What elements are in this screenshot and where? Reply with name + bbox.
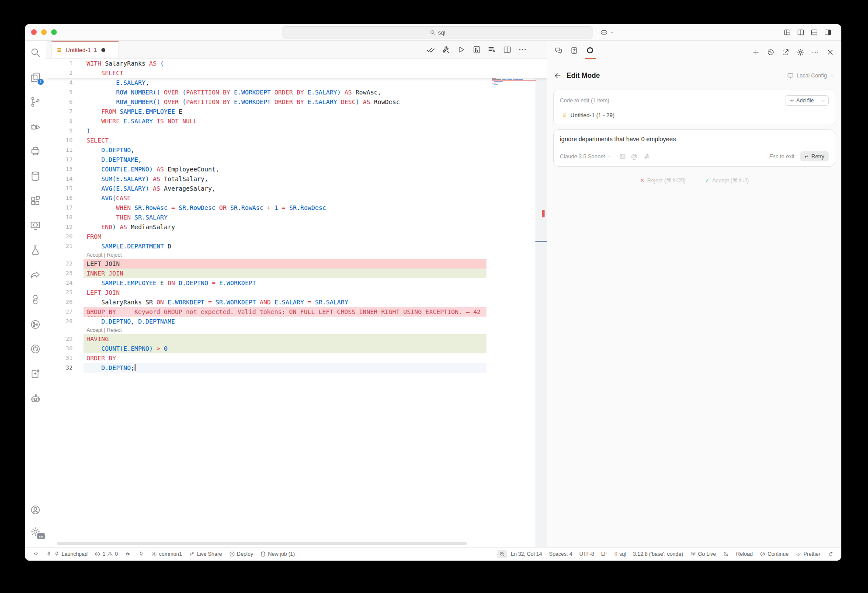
activity-printer-icon[interactable] bbox=[30, 146, 41, 157]
image-icon[interactable] bbox=[619, 153, 626, 160]
code-line-30[interactable]: 30 COUNT(E.EMPNO) > 0 bbox=[46, 344, 547, 353]
activity-settings-gear-icon[interactable]: co bbox=[30, 526, 41, 537]
activity-source-control-icon[interactable] bbox=[30, 96, 41, 108]
code-line-27[interactable]: 27GROUP BYKeyword GROUP not expected. Va… bbox=[46, 307, 547, 317]
minimize-window-button[interactable] bbox=[41, 29, 47, 35]
toggle-secondary-sidebar-icon[interactable] bbox=[824, 28, 832, 36]
prompt-text[interactable]: ignore departments that have 0 employees bbox=[560, 136, 829, 143]
activity-account-icon[interactable] bbox=[30, 504, 41, 516]
code-line-22[interactable]: 22LEFT JOIN bbox=[46, 259, 547, 269]
activity-github-icon[interactable] bbox=[30, 343, 41, 355]
code-line-28[interactable]: 28 D.DEPTNO, D.DEPTNAME bbox=[46, 317, 547, 326]
code-line-23[interactable]: 23INNER JOIN bbox=[46, 269, 547, 278]
code-line-14[interactable]: 14 SUM(E.SALARY) AS TotalSalary, bbox=[46, 174, 547, 184]
horizontal-scrollbar[interactable] bbox=[57, 542, 467, 545]
status-item-ln-32-col-14[interactable]: Ln 32, Col 14 bbox=[507, 551, 545, 557]
code-line-12[interactable]: 12 D.DEPTNAME, bbox=[46, 155, 547, 164]
code-line-10[interactable]: 10SELECT bbox=[46, 136, 547, 145]
code-line-17[interactable]: 17 WHEN SR.RowAsc = SR.RowDesc OR SR.Row… bbox=[46, 203, 547, 213]
command-search-input[interactable]: sql bbox=[282, 26, 593, 38]
status-item-live-share[interactable]: Live Share bbox=[185, 551, 225, 557]
status-item[interactable] bbox=[719, 551, 733, 557]
activity-test-flask-icon[interactable] bbox=[30, 244, 41, 256]
status-item-go-live[interactable]: Go Live bbox=[687, 551, 719, 557]
code-line-29[interactable]: 29HAVING bbox=[46, 334, 547, 344]
new-session-icon[interactable] bbox=[570, 46, 580, 58]
code-line-9[interactable]: 9) bbox=[46, 126, 547, 136]
code-line-21[interactable]: 21 SAMPLE.DEPARTMENT D bbox=[46, 241, 547, 251]
more-icon[interactable] bbox=[811, 48, 819, 56]
status-item[interactable] bbox=[497, 550, 507, 558]
prompt-input[interactable]: ignore departments that have 0 employees… bbox=[553, 129, 835, 167]
maximize-window-button[interactable] bbox=[51, 29, 57, 35]
gear-icon[interactable] bbox=[796, 48, 805, 56]
close-panel-icon[interactable] bbox=[826, 48, 834, 56]
activity-extensions-icon[interactable] bbox=[30, 195, 41, 206]
status-item[interactable] bbox=[135, 551, 148, 557]
status-item[interactable] bbox=[824, 551, 837, 557]
activity-run-debug-icon[interactable] bbox=[30, 121, 41, 133]
status-item-sql[interactable]: {}sql bbox=[611, 551, 630, 557]
activity-pipeline-icon[interactable] bbox=[30, 319, 41, 330]
code-line-19[interactable]: 19 END) AS MedianSalary bbox=[46, 222, 547, 232]
codelens-accept-reject[interactable]: Accept | Reject bbox=[46, 251, 547, 259]
code-line-26[interactable]: 26 SalaryRanks SR ON E.WORKDEPT = SR.WOR… bbox=[46, 297, 547, 307]
activity-database-icon[interactable] bbox=[30, 171, 41, 182]
more-icon[interactable] bbox=[518, 45, 527, 54]
reject-button[interactable]: ✕Reject (⌘⇧⌫) bbox=[640, 177, 686, 184]
tools-icon[interactable] bbox=[643, 153, 651, 160]
activity-python-icon[interactable] bbox=[30, 294, 41, 305]
codelens-accept-reject[interactable]: Accept | Reject bbox=[46, 326, 547, 334]
code-line-16[interactable]: 16 AVG(CASE bbox=[46, 193, 547, 203]
status-item-launchpad[interactable]: Launchpad bbox=[42, 551, 91, 557]
add-file-button[interactable]: Add file bbox=[785, 95, 829, 106]
activity-search-icon[interactable] bbox=[30, 47, 41, 58]
status-item-3-12-8-base-conda-[interactable]: 3.12.8 ('base': conda) bbox=[629, 551, 687, 557]
status-item-common1[interactable]: common1 bbox=[148, 551, 186, 557]
code-line-15[interactable]: 15 AVG(E.SALARY) AS AverageSalary, bbox=[46, 184, 547, 193]
code-line-32[interactable]: 32 D.DEPTNO; bbox=[46, 363, 547, 373]
activity-share-icon[interactable] bbox=[30, 269, 41, 281]
code-line-11[interactable]: 11 D.DEPTNO, bbox=[46, 145, 547, 155]
code-line-20[interactable]: 20FROM bbox=[46, 232, 547, 241]
code-line-25[interactable]: 25LEFT JOIN bbox=[46, 288, 547, 297]
customize-layout-icon[interactable] bbox=[783, 28, 791, 36]
status-item-continue[interactable]: Continue bbox=[756, 551, 792, 557]
add-file-chevron-icon[interactable] bbox=[818, 96, 828, 105]
activity-explorer-icon[interactable]: 1 bbox=[30, 72, 41, 83]
config-selector[interactable]: Local Config bbox=[787, 72, 835, 80]
status-item-utf-8[interactable]: UTF-8 bbox=[576, 551, 598, 557]
split-editor-icon[interactable] bbox=[797, 28, 805, 36]
back-icon[interactable] bbox=[553, 71, 562, 80]
binary-file-icon[interactable] bbox=[472, 45, 481, 54]
new-chat-icon[interactable] bbox=[752, 48, 760, 56]
tab-untitled-1[interactable]: Untitled-1 1 bbox=[51, 41, 119, 58]
code-line-5[interactable]: 5 ROW_NUMBER() OVER (PARTITION BY E.WORK… bbox=[46, 87, 547, 97]
status-item-lf[interactable]: LF bbox=[598, 551, 611, 557]
code-line-2[interactable]: 2 SELECT bbox=[46, 68, 547, 78]
status-item-reload[interactable]: Reload bbox=[733, 551, 756, 557]
status-item[interactable] bbox=[29, 551, 42, 557]
code-line-6[interactable]: 6 ROW_NUMBER() OVER (PARTITION BY E.WORK… bbox=[46, 97, 547, 107]
code-to-edit-item[interactable]: Untitled-1 (1 - 29) bbox=[560, 112, 829, 119]
code-editor[interactable]: 1WITH SalaryRanks AS (2 SELECT 4 E.SALAR… bbox=[46, 59, 547, 547]
code-line-8[interactable]: 8 WHERE E.SALARY IS NOT NULL bbox=[46, 116, 547, 126]
status-item-prettier[interactable]: Prettier bbox=[792, 551, 824, 557]
code-line-18[interactable]: 18 THEN SR.SALARY bbox=[46, 213, 547, 222]
close-window-button[interactable] bbox=[31, 29, 37, 35]
status-item-1[interactable]: 10 bbox=[91, 551, 121, 557]
status-item[interactable] bbox=[122, 551, 135, 557]
activity-copilot-edits-icon[interactable] bbox=[30, 368, 41, 380]
chevron-down-icon[interactable] bbox=[610, 30, 615, 35]
activity-remote-explorer-icon[interactable] bbox=[30, 220, 41, 231]
play-icon[interactable] bbox=[457, 45, 466, 54]
split-editor-icon[interactable] bbox=[503, 45, 512, 54]
chat-icon[interactable] bbox=[554, 46, 564, 58]
double-check-icon[interactable] bbox=[426, 45, 435, 54]
status-item-spaces-4[interactable]: Spaces: 4 bbox=[545, 551, 576, 557]
history-icon[interactable] bbox=[767, 48, 775, 56]
status-item-new-job-1-[interactable]: New job (1) bbox=[257, 551, 298, 557]
tools-icon[interactable] bbox=[441, 45, 451, 54]
code-line-7[interactable]: 7 FROM SAMPLE.EMPLOYEE E bbox=[46, 107, 547, 116]
status-item-deploy[interactable]: Deploy bbox=[226, 551, 257, 557]
